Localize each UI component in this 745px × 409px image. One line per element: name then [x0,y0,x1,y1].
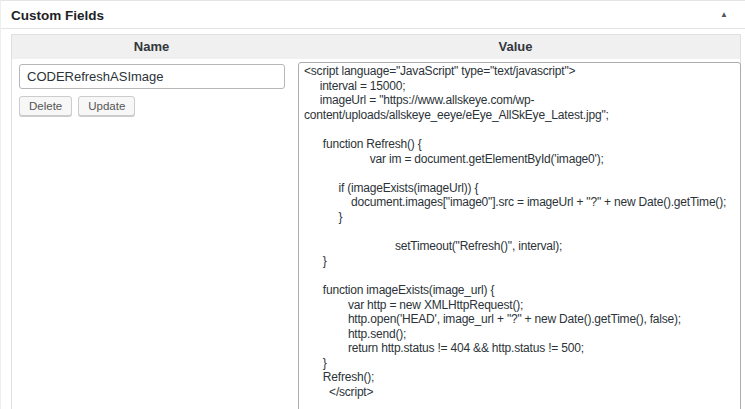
custom-fields-table: Name Value Delete Update <script languag… [11,34,741,409]
column-header-value: Value [291,35,740,59]
name-cell: Delete Update [12,59,291,116]
field-actions: Delete Update [19,96,284,116]
value-cell: <script language="JavaScript" type="text… [291,59,745,409]
toggle-panel-button[interactable]: ▲ [713,5,735,25]
arrow-up-icon: ▲ [720,10,728,19]
custom-fields-metabox: Custom Fields ▲ Name Value Delete Update… [0,0,745,409]
table-header-row: Name Value [12,35,740,59]
field-name-input[interactable] [19,64,285,89]
delete-button[interactable]: Delete [19,96,72,116]
field-value-textarea[interactable]: <script language="JavaScript" type="text… [298,62,741,409]
update-button[interactable]: Update [78,96,135,116]
panel-title: Custom Fields [11,8,104,23]
metabox-header: Custom Fields ▲ [1,1,745,29]
field-row: Delete Update <script language="JavaScri… [12,59,740,409]
column-header-name: Name [12,35,291,59]
